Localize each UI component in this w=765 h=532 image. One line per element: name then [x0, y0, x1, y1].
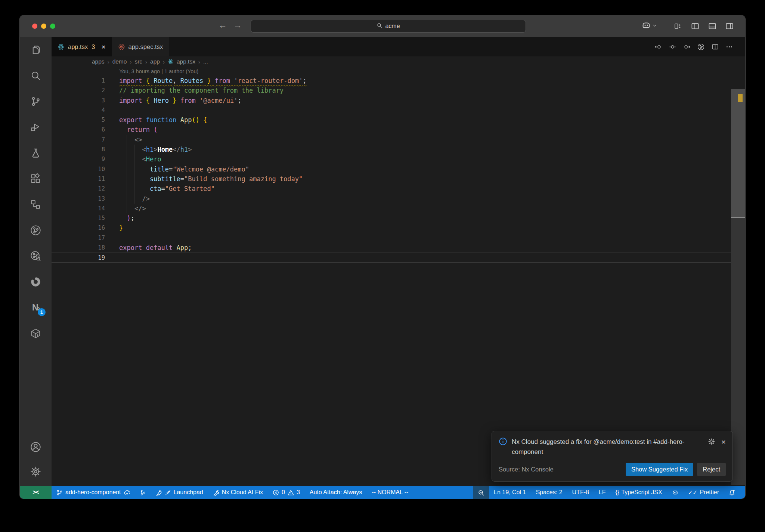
code-line-14[interactable]: 14 </>	[52, 204, 745, 213]
code-line-4[interactable]: 4	[52, 105, 745, 115]
status-encoding[interactable]: UTF-8	[567, 486, 594, 499]
show-suggested-fix-button[interactable]: Show Suggested Fix	[626, 463, 693, 476]
breadcrumb[interactable]: apps›demo›src›app›app.tsx›...	[52, 56, 745, 67]
activity-item-search[interactable]	[20, 63, 52, 89]
breadcrumb-item[interactable]: apps	[92, 58, 105, 65]
activity-item-manage-settings[interactable]	[20, 459, 52, 484]
status-problems[interactable]: 03	[268, 486, 305, 499]
activity-item-testing[interactable]	[20, 140, 52, 166]
activity-item-gitlens-inspect[interactable]	[20, 243, 52, 269]
window-close-button[interactable]	[32, 24, 37, 29]
line-number: 19	[52, 253, 105, 263]
react-file-icon	[168, 59, 174, 65]
activity-item-accounts[interactable]	[20, 434, 52, 459]
activity-item-gitlens[interactable]	[20, 217, 52, 243]
code-line-5[interactable]: 5export function App() {	[52, 115, 745, 125]
customize-layout-button-icon[interactable]	[673, 22, 682, 31]
status-language-mode[interactable]: {}TypeScript JSX	[611, 486, 667, 499]
notification-close-icon[interactable]: ×	[721, 438, 726, 446]
breadcrumb-file[interactable]: app.tsx	[177, 58, 195, 65]
status-text: Launchpad	[174, 489, 203, 496]
status-remote-indicator[interactable]: ><	[20, 486, 52, 499]
code-line-8[interactable]: 8 <h1>Home</h1>	[52, 145, 745, 154]
activity-item-run-and-debug[interactable]	[20, 114, 52, 140]
line-number: 2	[52, 86, 105, 95]
history-back-button[interactable]: ←	[217, 20, 228, 30]
line-number: 1	[52, 76, 105, 86]
nav-back-icon[interactable]	[654, 43, 662, 51]
toggle-panel-button-icon[interactable]	[708, 22, 717, 31]
reject-button[interactable]: Reject	[697, 463, 726, 476]
manage-settings-icon	[30, 466, 41, 477]
status-nx-cloud-ai-fix[interactable]: Nx Cloud AI Fix	[208, 486, 268, 499]
tab-app-tsx[interactable]: app.tsx3×	[52, 37, 112, 56]
split-editor-icon[interactable]	[711, 43, 719, 51]
activity-item-nx-console[interactable]: N›1	[20, 295, 52, 321]
line-number: 7	[52, 135, 105, 145]
notification-settings-gear-icon[interactable]	[708, 438, 715, 447]
status-launchpad[interactable]: Launchpad	[151, 486, 208, 499]
code-line-12[interactable]: 12 cta="Get Started"	[52, 184, 745, 194]
nx-badge: 1	[38, 308, 46, 316]
code-line-11[interactable]: 11 subtitle="Build something amazing tod…	[52, 174, 745, 184]
warning-overview-mark	[738, 94, 743, 102]
code-line-15[interactable]: 15 );	[52, 213, 745, 223]
activity-item-explorer[interactable]	[20, 37, 52, 63]
more-actions-icon[interactable]	[725, 43, 733, 51]
toggle-secondary-sidebar-button-icon[interactable]	[725, 22, 734, 31]
code-line-7[interactable]: 7 <>	[52, 135, 745, 145]
status-git-branch[interactable]: add-hero-component	[52, 486, 135, 499]
scrollbar-thumb[interactable]	[731, 89, 745, 218]
nav-forward-icon[interactable]	[683, 43, 691, 51]
status-eol-sequence[interactable]: LF	[594, 486, 611, 499]
tab-app-spec-tsx[interactable]: app.spec.tsx	[112, 37, 170, 56]
status-vim-mode[interactable]: -- NORMAL --	[367, 486, 413, 499]
activity-item-source-control[interactable]	[20, 89, 52, 114]
editor-scrollbar[interactable]	[731, 89, 745, 485]
code-line-9[interactable]: 9 <Hero	[52, 154, 745, 164]
status-copilot-status[interactable]	[667, 486, 683, 499]
status-source-control-graph[interactable]	[135, 486, 151, 499]
react-file-icon	[58, 43, 65, 50]
info-icon	[499, 437, 507, 457]
status-notifications-bell[interactable]	[724, 486, 740, 499]
status-formatter-prettier[interactable]: ✓✓Prettier	[683, 486, 724, 499]
status-text: Spaces: 2	[536, 489, 562, 496]
code-line-13[interactable]: 13 />	[52, 194, 745, 204]
breadcrumb-item[interactable]: app	[150, 58, 160, 65]
activity-item-extensions[interactable]	[20, 166, 52, 192]
code-line-2[interactable]: 2// importing the component from the lib…	[52, 86, 745, 95]
code-line-19[interactable]: 19	[52, 253, 745, 262]
command-center-search[interactable]: acme	[251, 20, 526, 33]
tab-close-icon[interactable]: ×	[101, 43, 105, 50]
history-forward-button[interactable]: →	[232, 20, 243, 30]
code-line-6[interactable]: 6 return (	[52, 125, 745, 134]
activity-item-edge-devtools[interactable]	[20, 269, 52, 295]
breadcrumb-item[interactable]: src	[134, 58, 142, 65]
breadcrumb-symbol[interactable]: ...	[203, 58, 208, 65]
activity-item-references[interactable]	[20, 192, 52, 217]
breadcrumb-item[interactable]: demo	[112, 58, 127, 65]
window-minimize-button[interactable]	[41, 24, 46, 29]
nav-current-icon[interactable]	[669, 43, 676, 51]
code-line-18[interactable]: 18export default App;	[52, 243, 745, 253]
code-editor[interactable]: You, 3 hours ago | 1 author (You) 1impor…	[52, 67, 745, 486]
window-zoom-button[interactable]	[50, 24, 55, 29]
code-line-17[interactable]: 17	[52, 233, 745, 243]
copilot-menu-button[interactable]	[641, 21, 657, 32]
graph-icon	[140, 489, 146, 496]
code-line-3[interactable]: 3import { Hero } from '@acme/ui';	[52, 96, 745, 105]
status-zoom-indicator[interactable]	[473, 486, 489, 499]
status-indentation[interactable]: Spaces: 2	[531, 486, 567, 499]
code-line-16[interactable]: 16}	[52, 223, 745, 233]
breadcrumb-separator: ›	[108, 59, 109, 65]
status-cursor-position[interactable]: Ln 19, Col 1	[489, 486, 531, 499]
gitlens-inspect-icon	[30, 250, 41, 262]
code-line-1[interactable]: 1import { Route, Routes } from 'react-ro…	[52, 76, 745, 86]
toggle-primary-sidebar-button-icon[interactable]	[691, 22, 700, 31]
code-line-10[interactable]: 10 title="Welcmoe @acme/demo"	[52, 164, 745, 174]
line-number: 10	[52, 164, 105, 174]
status-auto-attach[interactable]: Auto Attach: Always	[305, 486, 367, 499]
run-target-icon[interactable]	[697, 43, 705, 51]
activity-item-containers[interactable]	[20, 321, 52, 346]
